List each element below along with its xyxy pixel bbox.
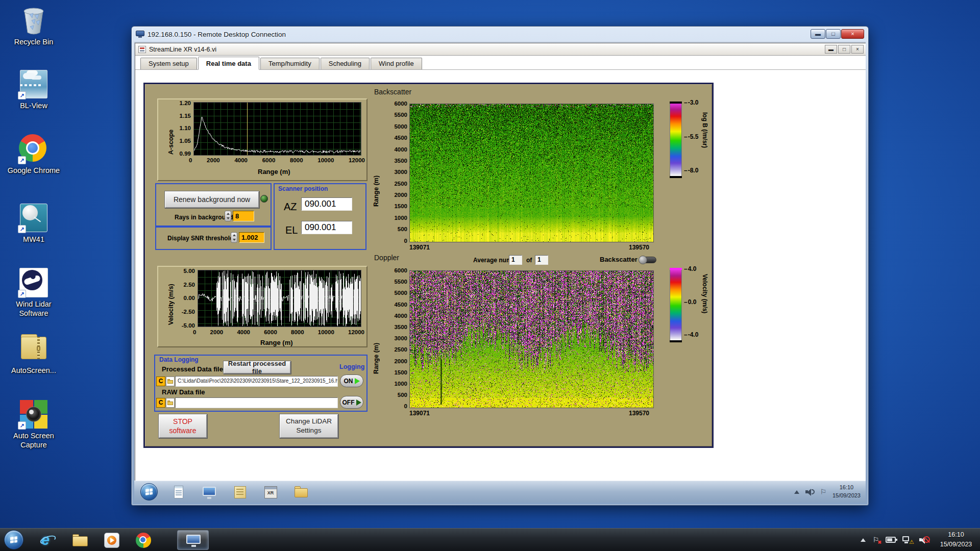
renew-background-label: Renew background now bbox=[174, 195, 250, 204]
doppler-y-tick: 3000 bbox=[394, 336, 407, 342]
snr-value-field[interactable]: 1.002 bbox=[239, 232, 264, 243]
desktop-icon-label: Auto Screen Capture bbox=[7, 431, 60, 449]
processed-path-field[interactable]: C:\Lidar\Data\Proc\2023\202309\20230915\… bbox=[175, 376, 338, 387]
rays-spinner[interactable] bbox=[225, 211, 231, 221]
taskbar-document-icon[interactable] bbox=[171, 485, 186, 500]
elevation-value-field[interactable]: 090.001 bbox=[301, 221, 352, 234]
processed-drive-letter[interactable]: C bbox=[156, 377, 165, 386]
velocity-y-tick: -2.50 bbox=[182, 309, 195, 315]
backscatter-title: Backscatter bbox=[374, 88, 411, 96]
doppler-title: Doppler bbox=[374, 254, 399, 262]
azimuth-value-field[interactable]: 090.001 bbox=[301, 197, 352, 211]
taskbar-folder-icon[interactable] bbox=[293, 485, 309, 500]
desktop-icon-bl-view[interactable]: ↗BL-View bbox=[7, 69, 60, 110]
chrome-taskbar-icon[interactable] bbox=[135, 532, 152, 549]
desktop-icon-label: Recycle Bin bbox=[7, 37, 60, 46]
desktop-icon-label: AutoScreen... bbox=[7, 366, 60, 375]
remote-tray-expand-icon[interactable] bbox=[794, 490, 799, 494]
backscatter-x-end: 139570 bbox=[629, 244, 649, 251]
internet-explorer-icon[interactable]: e bbox=[40, 532, 57, 549]
doppler-colorbar bbox=[670, 268, 682, 342]
backscatter-y-ticks: 6000550050004500400035003000250020001500… bbox=[384, 101, 407, 244]
taskbar-notes-icon[interactable] bbox=[232, 485, 248, 500]
backscatter-y-axis-label: Range (m) bbox=[373, 140, 380, 207]
data-logging-title: Data Logging bbox=[159, 356, 199, 363]
remote-clock-date: 15/09/2023 bbox=[832, 492, 861, 498]
desktop-icon-recycle-bin[interactable]: Recycle Bin bbox=[7, 5, 60, 46]
raw-path-field[interactable] bbox=[175, 397, 338, 408]
raw-logging-off-button[interactable]: OFF bbox=[340, 396, 363, 409]
doppler-heatmap bbox=[409, 270, 654, 408]
host-tray-expand-icon[interactable] bbox=[861, 538, 866, 542]
renew-background-button[interactable]: Renew background now bbox=[164, 191, 259, 208]
rdp-close-button[interactable]: × bbox=[841, 29, 864, 39]
windows-explorer-icon[interactable] bbox=[71, 532, 89, 549]
app-minimize-button[interactable]: ▬ bbox=[825, 45, 837, 54]
desktop-icon-wind-lidar[interactable]: ↗Wind Lidar Software bbox=[7, 267, 60, 318]
elevation-label: EL bbox=[285, 224, 298, 236]
snr-spinner[interactable] bbox=[231, 232, 237, 243]
tab-scheduling[interactable]: Scheduling bbox=[321, 58, 370, 69]
rdp-titlebar[interactable]: 192.168.0.150 - Remote Desktop Connectio… bbox=[132, 27, 868, 42]
host-clock[interactable]: 16:10 15/09/2023 bbox=[934, 530, 978, 549]
doppler-y-tick: 5500 bbox=[394, 279, 407, 285]
raw-browse-icon[interactable] bbox=[166, 398, 175, 408]
average-number-field[interactable]: 1 bbox=[509, 255, 522, 265]
taskbar-xr-app-icon[interactable]: XR bbox=[263, 485, 278, 500]
shortcut-arrow-icon: ↗ bbox=[18, 156, 26, 164]
desktop-icon-mw41[interactable]: ↗MW41 bbox=[7, 203, 60, 244]
ascope-x-tick: 0 bbox=[189, 158, 192, 164]
velocity-graph-container: Velocity (m/s) 5.002.500.00-2.50-5.00 02… bbox=[157, 266, 368, 347]
stop-software-button[interactable]: STOP software bbox=[158, 414, 207, 438]
ascope-y-ticks: 1.201.151.101.050.99 bbox=[170, 101, 191, 157]
rdp-taskbar-button[interactable] bbox=[177, 530, 209, 550]
tab-temp-humidity[interactable]: Temp/humidity bbox=[260, 58, 320, 69]
host-start-button[interactable] bbox=[4, 530, 23, 549]
rdp-maximize-button[interactable]: □ bbox=[826, 29, 841, 39]
rdp-minimize-button[interactable]: ▬ bbox=[811, 29, 825, 39]
app-restore-button[interactable]: □ bbox=[838, 45, 850, 54]
azimuth-label: AZ bbox=[284, 201, 297, 213]
app-titlebar[interactable]: StreamLine XR v14-6.vi ▬ □ × bbox=[135, 43, 866, 56]
app-close-button[interactable]: × bbox=[851, 45, 864, 54]
host-taskbar: e ⚐✖ ⚠ 16:10 15/09/2023 bbox=[0, 528, 980, 551]
processed-browse-icon[interactable] bbox=[166, 377, 175, 386]
velocity-x-tick: 4000 bbox=[237, 330, 250, 336]
volume-muted-icon[interactable] bbox=[919, 536, 927, 543]
tab-real-time-data[interactable]: Real time data bbox=[198, 57, 259, 70]
restart-processed-file-button[interactable]: Restart processed file bbox=[223, 361, 291, 374]
remote-volume-icon[interactable] bbox=[805, 488, 814, 495]
backscatter-y-tick: 2000 bbox=[394, 192, 407, 198]
app-window-title: StreamLine XR v14-6.vi bbox=[149, 46, 216, 53]
network-warning-icon[interactable]: ⚠ bbox=[902, 536, 913, 544]
action-center-alert-icon[interactable]: ⚐✖ bbox=[872, 536, 879, 543]
backscatter-colorbar-tick: -5.5 bbox=[684, 134, 698, 140]
processed-logging-on-button[interactable]: ON bbox=[340, 374, 363, 387]
shortcut-arrow-icon: ↗ bbox=[18, 290, 26, 298]
remote-action-center-icon[interactable]: ⚐ bbox=[820, 488, 826, 495]
tab-system-setup[interactable]: System setup bbox=[140, 58, 197, 69]
battery-icon[interactable] bbox=[886, 537, 896, 543]
host-clock-date: 15/09/2023 bbox=[940, 541, 972, 548]
doppler-y-tick: 0 bbox=[404, 404, 407, 410]
ascope-y-tick: 0.99 bbox=[180, 151, 191, 157]
doppler-y-tick: 500 bbox=[398, 392, 407, 398]
backscatter-y-tick: 500 bbox=[398, 227, 407, 233]
tab-wind-profile[interactable]: Wind profile bbox=[371, 58, 422, 69]
remote-start-button[interactable] bbox=[140, 483, 158, 500]
media-player-icon[interactable] bbox=[103, 532, 120, 549]
google-chrome-icon: ↗ bbox=[18, 134, 50, 164]
of-label: of bbox=[526, 257, 532, 264]
desktop-icon-google-chrome[interactable]: ↗Google Chrome bbox=[7, 134, 60, 175]
doppler-backscatter-toggle[interactable] bbox=[639, 257, 656, 263]
rays-value-field[interactable]: 8 bbox=[233, 211, 254, 221]
average-count-field[interactable]: 1 bbox=[535, 255, 548, 265]
desktop-icon-autoscreen-zip[interactable]: AutoScreen... bbox=[7, 334, 60, 375]
backscatter-x-start: 139071 bbox=[409, 244, 430, 251]
taskbar-monitor-icon[interactable] bbox=[202, 485, 217, 500]
change-lidar-settings-button[interactable]: Change LiDAR Settings bbox=[279, 414, 338, 438]
velocity-y-tick: 0.00 bbox=[184, 295, 195, 302]
desktop-icon-auto-screen-capture[interactable]: ↗Auto Screen Capture bbox=[7, 399, 60, 449]
remote-clock[interactable]: 16:10 15/09/2023 bbox=[832, 484, 863, 500]
raw-drive-letter[interactable]: C bbox=[156, 398, 165, 408]
